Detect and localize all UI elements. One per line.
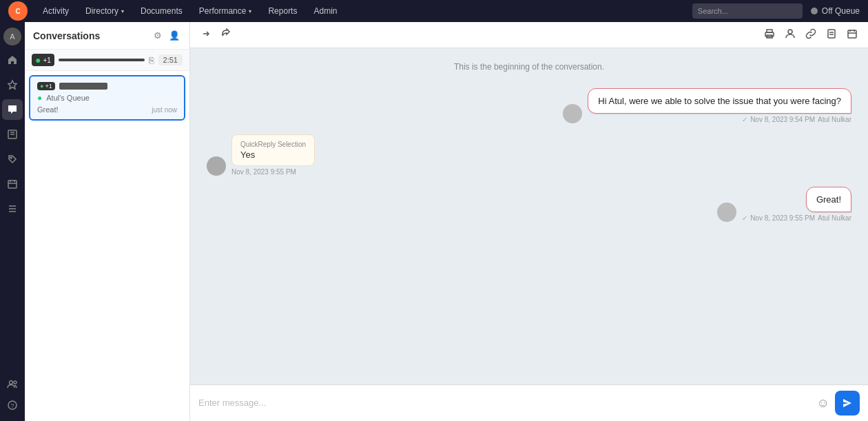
sender-avatar-2 <box>717 203 736 222</box>
conv-item-time: just now <box>152 106 177 114</box>
message-bubble-wrap-2: Great! ✓ Nov 8, 2023 9:55 PM Atul Nulkar <box>742 187 851 222</box>
message-bubble-1: Hi Atul, were we able to solve the issue… <box>588 88 851 114</box>
conv-queue-label: Atul's Queue <box>46 94 177 102</box>
list-icon[interactable] <box>2 198 23 219</box>
conv-item-header: ● +1 <box>37 82 177 90</box>
queue-status-dot <box>811 8 818 14</box>
conv-item-row: ● Atul's Queue <box>37 93 177 103</box>
svg-rect-7 <box>8 181 17 188</box>
svg-rect-26 <box>848 30 856 38</box>
checkmark-icon-2: ✓ <box>742 214 747 222</box>
message-sender-2: Atul Nulkar <box>818 214 851 222</box>
message-bubble-wrap-qr: QuickReply Selection Yes Nov 8, 2023 9:5… <box>231 134 315 176</box>
calendar-action-icon[interactable] <box>845 26 860 43</box>
svg-text:?: ? <box>10 402 14 409</box>
message-timestamp-2: Nov 8, 2023 9:55 PM <box>750 214 815 222</box>
nav-admin[interactable]: Admin <box>307 3 344 19</box>
nav-reports[interactable]: Reports <box>261 3 304 19</box>
conv-item-preview-text: Great! <box>37 105 147 114</box>
tab-label-bar <box>59 59 145 61</box>
conv-item-badge: ● +1 <box>37 82 55 90</box>
message-meta-2: ✓ Nov 8, 2023 9:55 PM Atul Nulkar <box>742 214 851 222</box>
chat-area: This is the beginning of the conversatio… <box>190 22 868 421</box>
tag-icon[interactable] <box>2 149 23 170</box>
svg-point-6 <box>10 157 12 158</box>
quick-reply-bubble: QuickReply Selection Yes <box>231 134 315 166</box>
chat-messages: This is the beginning of the conversatio… <box>190 48 868 384</box>
document-icon[interactable] <box>824 26 839 43</box>
conversation-beginning-text: This is the beginning of the conversatio… <box>207 62 851 72</box>
sidebar-bottom: ? <box>2 374 23 415</box>
settings-icon[interactable]: ⚙ <box>152 29 163 42</box>
print-icon[interactable] <box>762 26 777 43</box>
message-meta-qr: Nov 8, 2023 9:55 PM <box>231 168 315 176</box>
chat-input-area: ☺ <box>190 384 868 421</box>
conversations-panel: Conversations ⚙ 👤 ● +1 ⎘ 2:51 ● +1 <box>25 22 190 421</box>
person-icon[interactable] <box>783 26 798 43</box>
conversations-title: Conversations <box>33 30 147 41</box>
message-input[interactable] <box>198 392 812 414</box>
conversations-list: ● +1 ● Atul's Queue Great! just now <box>25 71 189 421</box>
whatsapp-icon: ● <box>35 54 41 65</box>
forward-icon[interactable] <box>198 26 214 43</box>
avatar: A <box>3 28 21 45</box>
main-container: A ? C <box>0 22 868 421</box>
star-icon[interactable] <box>2 74 23 95</box>
svg-rect-23 <box>828 30 835 38</box>
message-timestamp-1: Nov 8, 2023 9:54 PM <box>750 116 815 123</box>
nav-performance[interactable]: Performance ▾ <box>192 3 259 19</box>
nav-directory[interactable]: Directory ▾ <box>79 3 131 19</box>
emoji-button[interactable]: ☺ <box>817 396 829 411</box>
message-row-outgoing-2: Great! ✓ Nov 8, 2023 9:55 PM Atul Nulkar <box>207 187 851 222</box>
sender-avatar-incoming-1 <box>207 156 226 176</box>
chat-toolbar <box>190 22 868 48</box>
svg-point-14 <box>10 381 13 384</box>
queue-status-label: Off Queue <box>822 6 860 16</box>
app-logo: C <box>8 1 28 21</box>
message-row-outgoing-1: Hi Atul, were we able to solve the issue… <box>207 88 851 123</box>
link-icon[interactable] <box>803 26 818 43</box>
message-sender-1: Atul Nulkar <box>818 116 851 123</box>
add-conversation-icon[interactable]: 👤 <box>167 29 181 42</box>
sender-avatar-1 <box>563 104 582 123</box>
performance-caret-icon: ▾ <box>249 8 251 14</box>
conversations-header: Conversations ⚙ 👤 <box>25 22 189 50</box>
users-icon[interactable] <box>2 374 23 395</box>
message-bubble-2: Great! <box>806 187 851 212</box>
global-search-input[interactable] <box>692 3 803 19</box>
svg-marker-2 <box>8 81 17 89</box>
message-timestamp-qr: Nov 8, 2023 9:55 PM <box>231 168 296 176</box>
left-sidebar: A ? <box>0 22 25 421</box>
chat-icon[interactable] <box>2 99 23 120</box>
message-text-1: Hi Atul, were we able to solve the issue… <box>598 96 841 106</box>
book-icon[interactable] <box>2 124 23 145</box>
queue-status: Off Queue <box>811 6 860 16</box>
conversation-item[interactable]: ● +1 ● Atul's Queue Great! just now <box>29 75 185 121</box>
reply-icon[interactable] <box>219 26 234 43</box>
svg-point-15 <box>14 381 17 384</box>
directory-caret-icon: ▾ <box>121 8 124 14</box>
conversations-header-icons: ⚙ 👤 <box>152 29 181 42</box>
quick-reply-value: Yes <box>240 150 306 160</box>
message-bubble-wrap-1: Hi Atul, were we able to solve the issue… <box>588 88 851 123</box>
checkmark-icon-1: ✓ <box>742 116 747 123</box>
message-text-2: Great! <box>816 194 841 205</box>
top-navigation: C Activity Directory ▾ Documents Perform… <box>0 0 868 22</box>
calendar-icon[interactable] <box>2 174 23 194</box>
svg-point-22 <box>788 30 792 34</box>
message-row-incoming-1: QuickReply Selection Yes Nov 8, 2023 9:5… <box>207 134 851 176</box>
quick-reply-label: QuickReply Selection <box>240 141 306 148</box>
home-icon[interactable] <box>2 50 23 70</box>
nav-documents[interactable]: Documents <box>134 3 189 19</box>
conversations-tab-bar: ● +1 ⎘ 2:51 <box>25 50 189 71</box>
conv-item-preview-row: Great! just now <box>37 105 177 114</box>
message-meta-1: ✓ Nov 8, 2023 9:54 PM Atul Nulkar <box>742 116 851 123</box>
tab-badge[interactable]: ● +1 <box>32 54 54 66</box>
send-button[interactable] <box>835 391 860 415</box>
svg-text:C: C <box>15 8 20 15</box>
conv-item-name-bar <box>59 83 107 90</box>
conv-whatsapp-icon: ● <box>37 93 42 103</box>
nav-activity[interactable]: Activity <box>36 3 76 19</box>
help-icon[interactable]: ? <box>2 395 23 415</box>
copy-icon[interactable]: ⎘ <box>149 55 154 65</box>
